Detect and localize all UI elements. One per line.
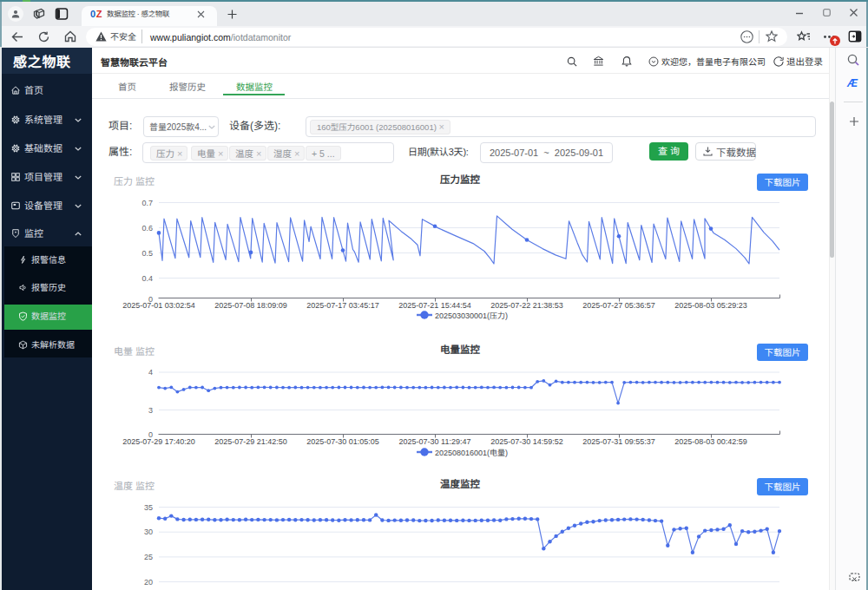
svg-text:0.6: 0.6 xyxy=(141,224,153,233)
svg-text:2025-07-29 21:42:50: 2025-07-29 21:42:50 xyxy=(214,437,287,446)
svg-text:0.5: 0.5 xyxy=(141,249,153,258)
svg-text:2025-07-29 17:40:20: 2025-07-29 17:40:20 xyxy=(122,437,195,446)
svg-text:20: 20 xyxy=(144,578,153,587)
svg-text:0: 0 xyxy=(148,295,153,304)
svg-text:2025-07-22 21:38:53: 2025-07-22 21:38:53 xyxy=(490,301,563,310)
svg-text:2025-07-30 11:29:47: 2025-07-30 11:29:47 xyxy=(399,437,471,446)
svg-text:202503030001(压力): 202503030001(压力) xyxy=(435,311,508,320)
svg-text:2025-07-17 03:45:17: 2025-07-17 03:45:17 xyxy=(306,301,379,310)
svg-text:2025-07-30 01:05:05: 2025-07-30 01:05:05 xyxy=(306,437,379,446)
svg-text:2025-08-03 05:29:23: 2025-08-03 05:29:23 xyxy=(674,301,747,310)
svg-text:2025-07-27 05:36:57: 2025-07-27 05:36:57 xyxy=(582,301,655,310)
svg-text:25: 25 xyxy=(144,553,153,561)
svg-text:3: 3 xyxy=(148,406,153,415)
svg-text:4: 4 xyxy=(148,368,153,377)
svg-text:2025-07-08 18:09:09: 2025-07-08 18:09:09 xyxy=(214,301,287,310)
svg-text:0.7: 0.7 xyxy=(141,199,153,207)
svg-text:2025-07-01 03:02:54: 2025-07-01 03:02:54 xyxy=(122,301,195,310)
svg-text:2025-07-30 14:59:52: 2025-07-30 14:59:52 xyxy=(490,437,563,446)
svg-text:0.4: 0.4 xyxy=(141,274,153,283)
svg-text:2025-07-31 09:55:37: 2025-07-31 09:55:37 xyxy=(582,437,655,446)
svg-text:30: 30 xyxy=(144,528,153,536)
svg-text:0: 0 xyxy=(148,430,153,439)
svg-text:2025-08-03 00:42:59: 2025-08-03 00:42:59 xyxy=(674,437,747,446)
svg-text:2025-07-21 15:44:54: 2025-07-21 15:44:54 xyxy=(398,301,471,310)
svg-text:35: 35 xyxy=(144,503,153,512)
svg-text:202508016001(电量): 202508016001(电量) xyxy=(435,449,508,457)
